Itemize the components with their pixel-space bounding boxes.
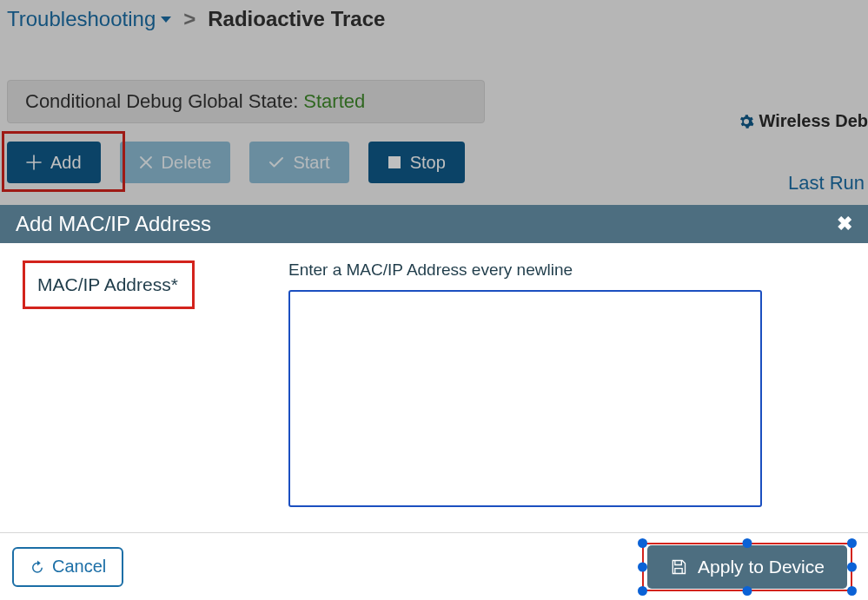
close-icon[interactable]: ✖	[837, 213, 852, 235]
cancel-button-label: Cancel	[52, 557, 106, 577]
undo-icon	[30, 559, 45, 575]
selection-handle	[638, 538, 647, 548]
save-icon	[670, 558, 687, 576]
apply-button-selection: Apply to Device	[639, 541, 856, 593]
selection-handle	[847, 538, 857, 548]
mac-ip-field-label: MAC/IP Address*	[37, 274, 178, 295]
selection-handle	[743, 586, 752, 596]
mac-ip-hint: Enter a MAC/IP Address every newline	[288, 260, 766, 280]
apply-button-label: Apply to Device	[698, 557, 825, 577]
cancel-button[interactable]: Cancel	[12, 547, 123, 587]
modal-footer: Cancel Apply to Device	[0, 532, 868, 600]
selection-handle	[847, 562, 857, 571]
selection-handle	[638, 562, 647, 571]
modal-title: Add MAC/IP Address	[16, 212, 211, 236]
selection-handle	[743, 538, 752, 548]
modal-dim-overlay	[0, 0, 868, 205]
modal-body: MAC/IP Address* Enter a MAC/IP Address e…	[0, 243, 868, 532]
field-label-highlight: MAC/IP Address*	[23, 260, 195, 309]
selection-handle	[847, 586, 857, 596]
modal-header: Add MAC/IP Address ✖	[0, 205, 868, 243]
selection-handle	[638, 586, 647, 596]
apply-button[interactable]: Apply to Device	[647, 545, 847, 589]
mac-ip-textarea[interactable]	[288, 290, 762, 507]
